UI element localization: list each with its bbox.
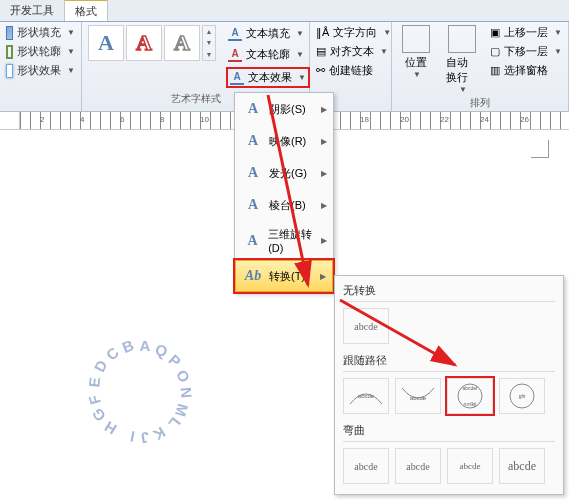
- circle-letter: K: [150, 424, 168, 444]
- outline-icon: [6, 45, 13, 59]
- text-fill-button[interactable]: A文本填充▼: [226, 25, 310, 42]
- svg-text:abcde: abcde: [358, 393, 375, 399]
- menu-transform[interactable]: Ab转换(T)▶: [235, 260, 333, 292]
- selection-icon: ▥: [490, 64, 500, 77]
- circle-letter: M: [172, 402, 192, 419]
- warp-4[interactable]: abcde: [499, 448, 545, 484]
- wordart-style-1[interactable]: A: [88, 25, 124, 61]
- bring-forward-button[interactable]: ▣上移一层▼: [490, 25, 562, 40]
- text-effect-menu: A阴影(S)▶ A映像(R)▶ A发光(G)▶ A棱台(B)▶ A三维旋转(D)…: [234, 92, 334, 293]
- link-icon: ⚯: [316, 64, 325, 77]
- menu-bevel[interactable]: A棱台(B)▶: [235, 189, 333, 221]
- wrap-icon: [448, 25, 476, 53]
- menu-3d-rotation[interactable]: A三维旋转(D)▶: [235, 221, 333, 260]
- ruler-tick: 8: [160, 115, 164, 124]
- text-direction-button[interactable]: ‖Å文字方向▼: [316, 25, 385, 40]
- shape-fill-button[interactable]: 形状填充▼: [6, 25, 75, 40]
- transform-none[interactable]: abcde: [343, 308, 389, 344]
- direction-icon: ‖Å: [316, 26, 329, 39]
- warp-3[interactable]: abcde: [447, 448, 493, 484]
- circle-letter: D: [90, 357, 110, 374]
- menu-reflection[interactable]: A映像(R)▶: [235, 125, 333, 157]
- ruler-tick: 10: [200, 115, 209, 124]
- ruler-tick: 4: [80, 115, 84, 124]
- flyout-none-header: 无转换: [343, 280, 555, 302]
- selection-pane-button[interactable]: ▥选择窗格: [490, 63, 562, 78]
- svg-text:ghi: ghi: [519, 393, 526, 399]
- circle-letter: O: [173, 367, 193, 385]
- text-effect-button[interactable]: A文本效果▼: [226, 67, 310, 88]
- transform-button[interactable]: ghi: [499, 378, 545, 414]
- arrange-group-label: 排列: [398, 94, 562, 112]
- ruler-tick: 24: [480, 115, 489, 124]
- wordart-style-3[interactable]: A: [164, 25, 200, 61]
- circle-letter: A: [140, 337, 151, 354]
- transform-arch-down[interactable]: abcde: [395, 378, 441, 414]
- circle-letter: I: [129, 428, 136, 445]
- backward-icon: ▢: [490, 45, 500, 58]
- wordart-more[interactable]: ▲▼▼: [202, 25, 216, 61]
- text-outline-icon: A: [228, 48, 242, 62]
- align-icon: ▤: [316, 45, 326, 58]
- shape-outline-button[interactable]: 形状轮廓▼: [6, 44, 75, 59]
- transform-icon: Ab: [243, 266, 263, 286]
- transform-flyout: 无转换 abcde 跟随路径 abcde abcde abcdefnmlkji …: [334, 275, 564, 495]
- position-icon: [402, 25, 430, 53]
- circular-wordart[interactable]: ABCDEFGHIJKLMNOPQ: [5, 260, 145, 400]
- tab-format[interactable]: 格式: [65, 0, 108, 21]
- ruler-tick: 22: [440, 115, 449, 124]
- ruler-tick: 18: [360, 115, 369, 124]
- menu-glow[interactable]: A发光(G)▶: [235, 157, 333, 189]
- bucket-icon: [6, 26, 13, 40]
- svg-text:abcde: abcde: [410, 395, 427, 401]
- rotate3d-icon: A: [243, 231, 262, 251]
- ruler-tick: 26: [520, 115, 529, 124]
- tab-developer[interactable]: 开发工具: [0, 0, 65, 21]
- svg-text:abcdef: abcdef: [462, 385, 478, 391]
- ruler-tick: 6: [120, 115, 124, 124]
- warp-2[interactable]: abcde: [395, 448, 441, 484]
- ruler-tick: 20: [400, 115, 409, 124]
- send-backward-button[interactable]: ▢下移一层▼: [490, 44, 562, 59]
- circle-letter: B: [120, 336, 136, 356]
- ruler-tick: 2: [40, 115, 44, 124]
- menu-shadow[interactable]: A阴影(S)▶: [235, 93, 333, 125]
- svg-text:nmlkji: nmlkji: [464, 401, 477, 407]
- text-outline-button[interactable]: A文本轮廓▼: [226, 46, 310, 63]
- circle-letter: C: [103, 344, 122, 364]
- flyout-warp-header: 弯曲: [343, 420, 555, 442]
- circle-letter: N: [177, 386, 195, 398]
- wordart-style-2[interactable]: A: [126, 25, 162, 61]
- transform-circle[interactable]: abcdefnmlkji: [447, 378, 493, 414]
- reflection-icon: A: [243, 131, 263, 151]
- create-link-button[interactable]: ⚯创建链接: [316, 63, 385, 78]
- glow-icon: A: [243, 163, 263, 183]
- warp-1[interactable]: abcde: [343, 448, 389, 484]
- effect-icon: [6, 64, 13, 78]
- wordart-gallery[interactable]: A A A ▲▼▼: [88, 25, 216, 61]
- shape-effect-button[interactable]: 形状效果▼: [6, 63, 75, 78]
- shadow-icon: A: [243, 99, 263, 119]
- bevel-icon: A: [243, 195, 263, 215]
- text-fill-icon: A: [228, 27, 242, 41]
- text-effect-icon: A: [230, 71, 244, 85]
- align-text-button[interactable]: ▤对齐文本▼: [316, 44, 385, 59]
- circle-letter: J: [140, 429, 151, 447]
- circle-letter: L: [165, 414, 184, 432]
- forward-icon: ▣: [490, 26, 500, 39]
- transform-arch-up[interactable]: abcde: [343, 378, 389, 414]
- circle-letter: P: [166, 351, 185, 370]
- flyout-path-header: 跟随路径: [343, 350, 555, 372]
- circle-letter: H: [101, 418, 119, 438]
- circle-letter: E: [85, 376, 103, 388]
- circle-letter: G: [88, 405, 109, 425]
- page-corner-mark: [531, 140, 549, 158]
- circle-letter: Q: [153, 340, 170, 360]
- wrap-button[interactable]: 自动换行▼: [442, 25, 482, 94]
- position-button[interactable]: 位置▼: [398, 25, 434, 94]
